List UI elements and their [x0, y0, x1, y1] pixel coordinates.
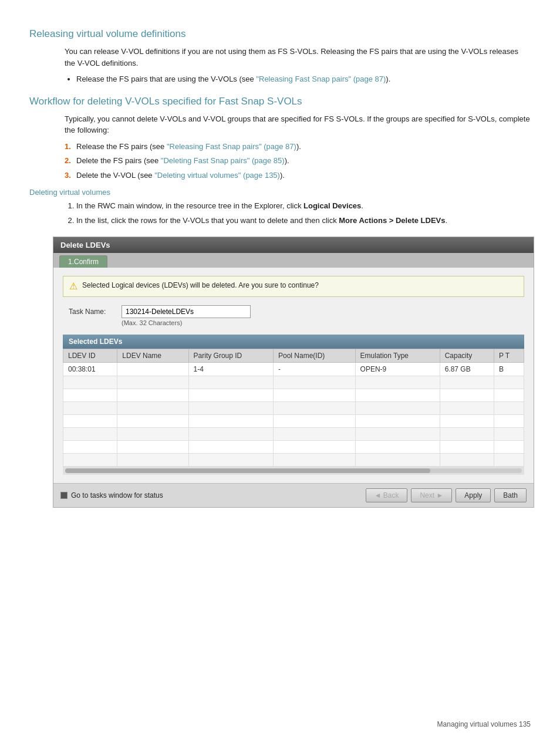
section1-title: Releasing virtual volume definitions	[29, 28, 531, 40]
warning-row: ⚠ Selected Logical devices (LDEVs) will …	[63, 276, 524, 297]
release-pairs-link-1[interactable]: "Releasing Fast Snap pairs" (page 87)	[256, 75, 386, 83]
page-footer: Managing virtual volumes 135	[437, 720, 531, 728]
table-row	[63, 428, 524, 441]
scrollbar-track	[65, 468, 522, 473]
task-name-label: Task Name:	[69, 308, 122, 316]
task-name-input[interactable]	[122, 305, 251, 318]
col-emulation-type: Emulation Type	[355, 349, 440, 363]
selected-ldevs-header: Selected LDEVs	[63, 335, 524, 349]
col-pool-name-id: Pool Name(ID)	[273, 349, 355, 363]
table-header-row: LDEV ID LDEV Name Parity Group ID Pool N…	[63, 349, 524, 363]
footer-checkbox-area: Go to tasks window for status	[60, 491, 163, 499]
table-row	[63, 454, 524, 467]
col-pt: P T	[494, 349, 524, 363]
section1-body: You can release V-VOL definitions if you…	[65, 46, 531, 69]
delete-pairs-link[interactable]: "Deleting Fast Snap pairs" (page 85)	[161, 156, 285, 165]
cell-emulation-type: OPEN-9	[355, 363, 440, 376]
table-row	[63, 441, 524, 454]
section3-step-2: In the list, click the rows for the V-VO…	[76, 215, 531, 227]
section3-title: Deleting virtual volumes	[29, 188, 531, 197]
dialog-body: ⚠ Selected Logical devices (LDEVs) will …	[53, 268, 534, 483]
apply-button[interactable]: Apply	[456, 488, 491, 502]
goto-tasks-checkbox[interactable]	[60, 492, 68, 499]
section2-steps: Release the FS pairs (see "Releasing Fas…	[65, 141, 531, 181]
next-button[interactable]: Next ►	[411, 488, 452, 502]
section2-title: Workflow for deleting V-VOLs specified f…	[29, 96, 531, 107]
table-row	[63, 376, 524, 389]
cell-parity-group-id: 1-4	[188, 363, 273, 376]
scrollbar-thumb	[65, 468, 430, 473]
section2-step-1: Release the FS pairs (see "Releasing Fas…	[65, 141, 531, 153]
cell-ldev-name	[117, 363, 188, 376]
page-footer-text: Managing virtual volumes 135	[437, 720, 531, 728]
table-row	[63, 389, 524, 402]
section3-step-1: In the RWC main window, in the resource …	[76, 200, 531, 212]
task-name-input-group: (Max. 32 Characters)	[122, 305, 251, 326]
warning-text: Selected Logical devices (LDEVs) will be…	[82, 281, 319, 289]
delete-ldevs-label: Delete LDEVs	[396, 216, 446, 225]
release-pairs-link-2[interactable]: "Releasing Fast Snap pairs" (page 87)	[167, 142, 296, 151]
table-row	[63, 402, 524, 415]
selected-ldevs-section: Selected LDEVs LDEV ID LDEV Name Parity …	[63, 335, 524, 475]
col-ldev-name: LDEV Name	[117, 349, 188, 363]
table-row: 00:38:01 1-4 - OPEN-9 6.87 GB B	[63, 363, 524, 376]
cell-ldev-id: 00:38:01	[63, 363, 117, 376]
delete-ldevs-dialog: Delete LDEVs 1.Confirm ⚠ Selected Logica…	[53, 237, 534, 508]
cell-capacity: 6.87 GB	[440, 363, 494, 376]
cell-pt: B	[494, 363, 524, 376]
table-row	[63, 415, 524, 428]
task-name-row: Task Name: (Max. 32 Characters)	[69, 305, 524, 326]
col-parity-group-id: Parity Group ID	[188, 349, 273, 363]
section3-steps: In the RWC main window, in the resource …	[76, 200, 531, 226]
cell-pool-name-id: -	[273, 363, 355, 376]
task-name-hint: (Max. 32 Characters)	[122, 319, 251, 326]
section2-step-2: Delete the FS pairs (see "Deleting Fast …	[65, 155, 531, 167]
more-actions-label: More Actions >	[339, 216, 393, 225]
col-ldev-id: LDEV ID	[63, 349, 117, 363]
back-button[interactable]: ◄ Back	[366, 488, 408, 502]
section2-step-3: Delete the V-VOL (see "Deleting virtual …	[65, 170, 531, 181]
dialog-tab-bar: 1.Confirm	[53, 253, 534, 268]
goto-tasks-label: Go to tasks window for status	[71, 491, 163, 499]
delete-vvol-link[interactable]: "Deleting virtual volumes" (page 135)	[154, 171, 280, 180]
section1-bullets: Release the FS pairs that are using the …	[76, 73, 531, 85]
bullet-item-1: Release the FS pairs that are using the …	[76, 73, 531, 85]
dialog-footer: Go to tasks window for status ◄ Back Nex…	[53, 483, 534, 507]
warning-icon: ⚠	[69, 281, 77, 292]
section2-body: Typically, you cannot delete V-VOLs and …	[65, 113, 531, 136]
dialog-title: Delete LDEVs	[60, 241, 110, 249]
dialog-titlebar: Delete LDEVs	[53, 237, 534, 253]
horizontal-scrollbar[interactable]	[63, 467, 524, 475]
logical-devices-label: Logical Devices	[303, 201, 361, 210]
bath-button[interactable]: Bath	[494, 488, 527, 502]
confirm-tab[interactable]: 1.Confirm	[59, 255, 107, 268]
col-capacity: Capacity	[440, 349, 494, 363]
ldev-table: LDEV ID LDEV Name Parity Group ID Pool N…	[63, 349, 524, 467]
